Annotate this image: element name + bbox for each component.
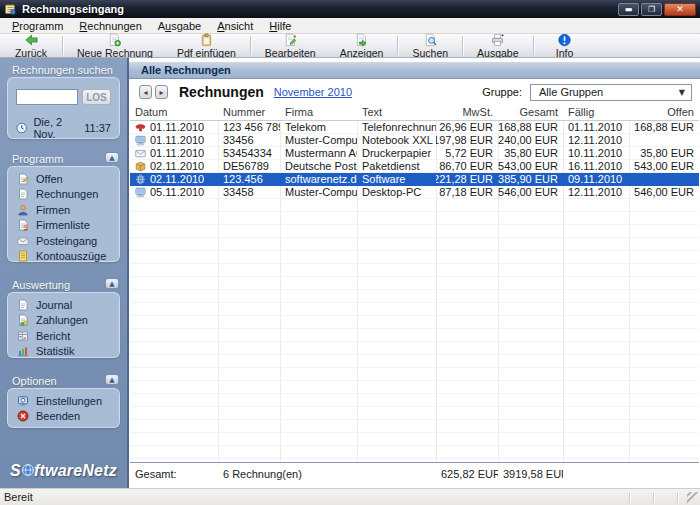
column-header-fllig[interactable]: Fällig [563,104,629,120]
menu-bar: ProgrammRechnungenAusgabeAnsichtHilfe [0,18,700,34]
bar-chart-icon [17,345,29,357]
phone-icon [135,122,146,133]
cell-nummer: 53454334 [218,147,280,160]
toolbar-button-info[interactable]: Info [536,34,594,57]
footer-gesamt-total: 3919,58 EUR [498,468,563,486]
panel-header: Alle Rechnungen [129,62,700,79]
search-input[interactable] [16,89,78,105]
content-area: Rechnungen suchen LOS Die, 2 Nov. 11:37 … [0,58,700,488]
column-header-datum[interactable]: Datum [130,104,218,120]
doc-edit-icon [17,173,29,185]
sidebar-item-offen[interactable]: Offen [8,171,119,187]
minimize-icon[interactable]: ▬ [618,3,639,16]
toolbar-button-label: Anzeigen [340,47,384,59]
table-row[interactable]: 01.11.2010123 456 7890TelekomTelefonrech… [130,121,699,134]
sidebar-item-einstellungen[interactable]: Einstellungen [8,393,119,409]
group-select[interactable]: Alle Gruppen ▼ [530,84,692,101]
sidebar-item-firmenliste[interactable]: Firmenliste [8,218,119,234]
cell-firma: Muster-Computer [280,186,357,199]
cell-gesamt: 543,00 EUR [498,160,563,173]
cell-nummer: 123 456 7890 [218,121,280,134]
sidebar-item-beenden[interactable]: Beenden [8,409,119,425]
sidebar-item-label: Beenden [36,410,80,422]
maximize-icon[interactable]: ❐ [641,3,662,16]
cell-nummer: 33456 [218,134,280,147]
sidebar-item-rechnungen[interactable]: Rechnungen [8,187,119,203]
cell-firma: Muster-Computer [280,134,357,147]
column-header-nummer[interactable]: Nummer [218,104,280,120]
cell-mwst: 197,98 EUR [436,134,498,147]
cell-datum: 05.11.2010 [130,186,218,199]
column-header-firma[interactable]: Firma [280,104,357,120]
info-icon [557,33,572,47]
sidebar-item-label: Zahlungen [36,314,88,326]
globe-icon [135,174,146,185]
chevron-left-icon[interactable]: ◂ [139,85,152,99]
sidebar-item-journal[interactable]: Journal [8,297,119,313]
footer-label: Gesamt: [130,468,218,486]
column-header-offen[interactable]: Offen [629,104,699,120]
window-controls: ▬ ❐ ✕ [618,3,696,16]
table-row[interactable]: 05.11.201033458Muster-ComputerDesktop-PC… [130,186,699,199]
toolbar-button-neue-rechnung[interactable]: Neue Rechnung [65,34,165,57]
toolbar-button-ausgabe[interactable]: Ausgabe [465,34,530,57]
cell-offen: 35,80 EUR [629,147,699,160]
cell-datum: 01.11.2010 [130,134,218,147]
menu-item-ausgabe[interactable]: Ausgabe [150,19,209,33]
chevron-right-icon[interactable]: ▸ [155,85,168,99]
toolbar-button-pdf-einfügen[interactable]: Pdf einfügen [165,34,248,57]
menu-item-programm[interactable]: Programm [4,19,71,33]
sidebar-item-posteingang[interactable]: Posteingang [8,233,119,249]
column-header-text[interactable]: Text [357,104,436,120]
table-row[interactable]: 01.11.201053454334Mustermann AGDruckerpa… [130,147,699,160]
cell-mwst: 26,96 EUR [436,121,498,134]
close-icon[interactable]: ✕ [664,3,696,16]
cell-offen: 543,00 EUR [629,160,699,173]
table-row[interactable]: 01.11.201033456Muster-ComputerNotebook X… [130,134,699,147]
column-header-gesamt[interactable]: Gesamt [498,104,563,120]
toolbar-button-suchen[interactable]: Suchen [400,34,460,57]
menu-item-hilfe[interactable]: Hilfe [261,19,299,33]
group-select-value: Alle Gruppen [539,86,603,98]
sidebar-item-zahlungen[interactable]: Zahlungen [8,313,119,329]
cell-datum: 02.11.2010 [130,160,218,173]
cell-text: Software [357,173,436,186]
toolbar-button-label: Info [556,47,574,59]
cell-datum: 01.11.2010 [130,121,218,134]
cell-gesamt: 35,80 EUR [498,147,563,160]
cell-faellig: 12.11.2010 [563,186,629,199]
sidebar-time: 11:37 [84,122,111,134]
toolbar-button-zurück[interactable]: Zurück [2,34,60,57]
app-icon [4,3,16,15]
package-icon [135,161,146,172]
menu-item-ansicht[interactable]: Ansicht [209,19,261,33]
toolbar-separator [533,36,534,55]
table-row[interactable]: 02.11.2010123.456softwarenetz.deSoftware… [130,173,699,186]
table-footer: Gesamt: 6 Rechnung(en) 625,82 EUR 3919,5… [130,462,699,486]
doc-person-icon [17,219,29,231]
cell-mwst: 5,72 EUR [436,147,498,160]
cell-mwst: 86,70 EUR [436,160,498,173]
chevron-down-icon: ▼ [679,88,691,97]
cell-mwst: 87,18 EUR [436,186,498,199]
cell-faellig: 10.11.2010 [563,147,629,160]
period-link[interactable]: November 2010 [274,86,352,98]
sidebar-item-statistik[interactable]: Statistik [8,344,119,360]
sidebar-item-kontoausz-ge[interactable]: Kontoauszüge [8,249,119,265]
column-header-mwst[interactable]: MwSt. [436,104,498,120]
collapse-icon[interactable]: ▲ [105,374,119,385]
toolbar-button-bearbeiten[interactable]: Bearbeiten [253,34,328,57]
collapse-icon[interactable]: ▲ [105,152,119,163]
toolbar-button-anzeigen[interactable]: Anzeigen [328,34,396,57]
resize-grip[interactable] [687,492,699,504]
footer-count: 6 Rechnung(en) [218,468,357,486]
collapse-icon[interactable]: ▲ [105,278,119,289]
menu-item-rechnungen[interactable]: Rechnungen [71,19,149,33]
sidebar-item-firmen[interactable]: Firmen [8,202,119,218]
cell-gesamt: 546,00 EUR [498,186,563,199]
search-go-button[interactable]: LOS [82,89,111,105]
view-icon [354,33,369,47]
table-row[interactable]: 02.11.2010DE56789Deutsche PostPaketdiens… [130,160,699,173]
cell-offen: 168,88 EUR [629,121,699,134]
sidebar-item-bericht[interactable]: Bericht [8,328,119,344]
